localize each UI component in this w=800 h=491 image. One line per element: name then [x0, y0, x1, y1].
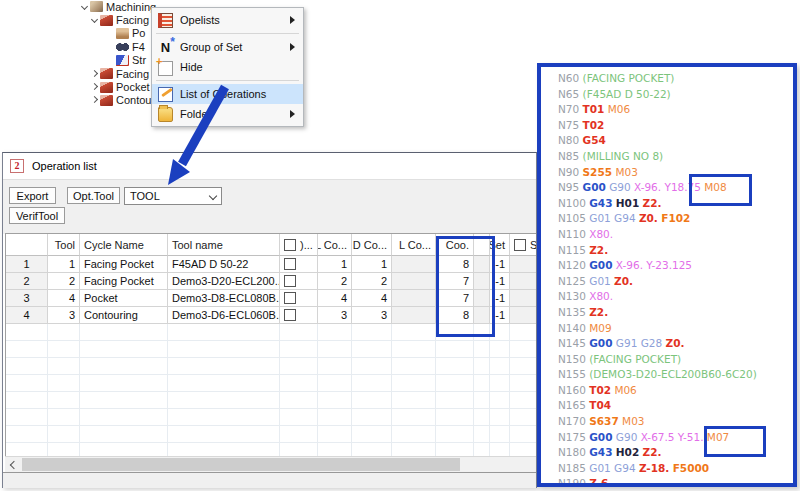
column-header-toolname[interactable]: Tool name [168, 234, 280, 256]
gcode-line: N95 G00 G90 X-96. Y18.75 M08 [558, 180, 791, 196]
cell-chk2[interactable] [510, 273, 536, 290]
cell-num[interactable]: 1 [6, 256, 48, 273]
menu-item-group-of-set[interactable]: NGroup of Set [152, 37, 303, 57]
cell-value: Demo3-D20-ECL200... [172, 275, 280, 287]
cell-num[interactable]: 4 [6, 307, 48, 324]
table-row-empty [6, 443, 536, 457]
gcode-line-number: N150 [558, 353, 586, 365]
gcode-line-number: N155 [558, 368, 586, 380]
table-row-empty [6, 341, 536, 358]
cell-cycle[interactable]: Facing Pocket [80, 256, 168, 273]
scroll-left-button[interactable] [5, 457, 21, 472]
cell-empty [168, 392, 280, 409]
cell-dco[interactable]: 1 [352, 256, 392, 273]
cell-empty [352, 341, 392, 358]
menu-item-label: Hide [180, 61, 299, 73]
menu-item-hide[interactable]: Hide [152, 57, 303, 77]
gcode-line-number: N140 [558, 322, 586, 334]
cell-value: 1 [23, 258, 29, 270]
cell-cycle[interactable]: Facing Pocket [80, 273, 168, 290]
cell-empty [48, 443, 80, 457]
cell-empty [392, 375, 436, 392]
gcode-token: G28 [641, 337, 663, 349]
cell-toolname[interactable]: Demo3-D6-ECL060B... [168, 307, 280, 324]
gcode-token: Z-18. [639, 462, 669, 474]
column-header-dco[interactable]: D Co... [352, 234, 392, 256]
tree-item-label: Facing [116, 14, 149, 26]
column-header-lco[interactable]: L Co... [318, 234, 352, 256]
gcode-line: N110 X80. [558, 227, 791, 243]
cell-dco[interactable]: 2 [352, 273, 392, 290]
cell-toolname[interactable]: Demo3-D8-ECL080B... [168, 290, 280, 307]
cell-empty [318, 324, 352, 341]
cell-empty [318, 341, 352, 358]
column-header-chk2[interactable]: S... [510, 234, 536, 256]
cell-empty [80, 375, 168, 392]
cell-lco[interactable]: 2 [318, 273, 352, 290]
chevron-collapsed-icon[interactable] [90, 82, 100, 92]
cell-lco[interactable]: 4 [318, 290, 352, 307]
cell-tool[interactable]: 4 [48, 290, 80, 307]
cell-dco[interactable]: 4 [352, 290, 392, 307]
cell-chk2[interactable] [510, 256, 536, 273]
chevron-collapsed-icon[interactable] [90, 95, 100, 105]
tool-dropdown[interactable]: TOOL [124, 187, 222, 205]
pocket3d-icon [116, 28, 129, 39]
cell-num[interactable]: 2 [6, 273, 48, 290]
cell-tool[interactable]: 3 [48, 307, 80, 324]
cell-chk1[interactable] [280, 290, 318, 307]
cell-lco2[interactable] [392, 273, 436, 290]
cell-chk2[interactable] [510, 307, 536, 324]
chevron-down-icon [210, 193, 216, 199]
cell-toolname[interactable]: F45AD D 50-22 [168, 256, 280, 273]
column-header-cycle[interactable]: Cycle Name [80, 234, 168, 256]
cell-lco[interactable]: 1 [318, 256, 352, 273]
chevron-collapsed-icon[interactable] [90, 69, 100, 79]
row-checkbox[interactable] [284, 258, 296, 270]
cell-empty [392, 324, 436, 341]
cell-lco2[interactable] [392, 256, 436, 273]
row-checkbox[interactable] [284, 275, 296, 287]
cell-value: Pocket [84, 292, 118, 304]
cell-toolname[interactable]: Demo3-D20-ECL200... [168, 273, 280, 290]
cell-empty [6, 392, 48, 409]
cell-dco[interactable]: 3 [352, 307, 392, 324]
nstar-icon: N [158, 40, 173, 55]
opt-tool-button[interactable]: Opt.Tool [67, 187, 120, 204]
cell-chk1[interactable] [280, 307, 318, 324]
cell-empty [510, 341, 536, 358]
cell-lco[interactable]: 3 [318, 307, 352, 324]
cell-cycle[interactable]: Pocket [80, 290, 168, 307]
row-checkbox[interactable] [284, 292, 296, 304]
chevron-expanded-icon[interactable] [90, 15, 100, 25]
cell-tool[interactable]: 1 [48, 256, 80, 273]
column-header-chk1[interactable]: )... [280, 234, 318, 256]
menu-item-opelists[interactable]: Opelists [152, 10, 303, 30]
horizontal-scrollbar[interactable] [5, 456, 536, 472]
cell-empty [318, 426, 352, 443]
column-header-lco2[interactable]: L Co... [392, 234, 436, 256]
cell-cycle[interactable]: Contouring [80, 307, 168, 324]
cell-tool[interactable]: 2 [48, 273, 80, 290]
cell-lco2[interactable] [392, 290, 436, 307]
window-titlebar[interactable]: 2 Operation list [3, 153, 536, 179]
cell-chk2[interactable] [510, 290, 536, 307]
column-header-tool[interactable]: Tool [48, 234, 80, 256]
window-footer [3, 472, 536, 488]
header-checkbox[interactable] [514, 239, 526, 251]
chevron-expanded-icon[interactable] [80, 2, 90, 12]
cell-lco2[interactable] [392, 307, 436, 324]
cell-num[interactable]: 3 [6, 290, 48, 307]
row-checkbox[interactable] [284, 309, 296, 321]
gcode-line: N130 X80. [558, 289, 791, 305]
verif-tool-button[interactable]: VerifTool [9, 207, 65, 224]
cell-chk1[interactable] [280, 273, 318, 290]
scrollbar-thumb[interactable] [22, 458, 460, 471]
cell-empty [6, 426, 48, 443]
column-header-num[interactable] [6, 234, 48, 256]
gcode-line-number: N120 [558, 259, 586, 271]
export-button[interactable]: Export [9, 187, 56, 204]
cell-empty [168, 358, 280, 375]
header-checkbox[interactable] [284, 239, 296, 251]
cell-chk1[interactable] [280, 256, 318, 273]
